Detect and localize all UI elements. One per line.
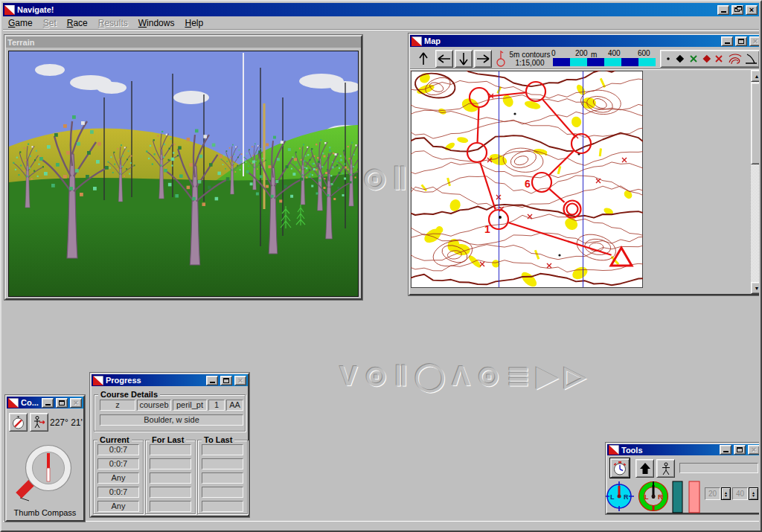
scrollbar-thumb[interactable] [751,83,759,164]
status-bar [3,521,759,529]
map-titlebar[interactable]: Map × [410,35,759,47]
main-window: Navigate! × Game Set Race Results Window… [0,0,762,532]
svg-text:L: L [610,493,615,501]
menu-windows[interactable]: Windows [133,17,180,29]
control-1-label: 1 [484,223,490,235]
thumb-compass-graphic [13,435,81,504]
left-arrow-icon [438,52,451,65]
spinner-large-field[interactable]: 40 [732,487,748,500]
tools-minimize-button[interactable] [720,445,731,455]
main-titlebar[interactable]: Navigate! × [3,3,759,16]
to-last-field-3[interactable] [202,472,243,484]
course-field-course[interactable]: courseb [137,400,171,411]
course-field-number[interactable]: 1 [208,400,225,411]
compass-mode-button[interactable] [9,413,28,432]
progress-maximize-button[interactable] [220,376,232,385]
pink-bar [689,481,699,513]
pan-down-button[interactable] [455,50,473,68]
to-last-group: To Last [197,440,248,514]
spinner-small-field[interactable]: 20 [705,487,720,500]
runner-direction-button[interactable] [30,413,48,432]
menu-race[interactable]: Race [62,17,93,29]
app-flag-icon [4,5,15,15]
map-maximize-button[interactable] [735,36,747,46]
course-field-class[interactable]: z [100,400,135,411]
pan-left-button[interactable] [435,50,453,68]
for-last-field-4[interactable] [150,487,191,498]
legend-dot-icon [667,57,670,60]
terrain-title: Terrain [7,38,359,47]
scale-tick-200: 200 [575,49,588,57]
terrain-titlebar[interactable]: Terrain [6,36,361,48]
embossed-logo-watermark: V⊙Ⅱ◯Λ⊙≣▶▷ [339,360,592,392]
for-last-field-1[interactable] [150,444,191,455]
for-last-group: For Last [145,440,196,514]
legend-profile-icon [746,54,757,63]
scale-tick-600: 600 [638,49,650,57]
stopwatch-button[interactable] [610,458,630,478]
scroll-up-button[interactable]: ▲ [751,70,759,82]
current-field-4[interactable]: 0:0:7 [97,487,139,498]
map-toolbar: 5m contours 1:15,000 0 200 m 400 600 [410,48,759,69]
map-minimize-button[interactable] [721,36,733,46]
to-last-field-5[interactable] [202,501,243,512]
compass-titlebar[interactable]: Co... × [7,397,83,408]
to-last-field-2[interactable] [202,458,243,469]
scroll-down-button[interactable]: ▼ [751,282,759,294]
svg-text:R: R [658,493,663,501]
effort-bar [679,463,758,473]
to-last-field-1[interactable] [202,444,243,455]
compass-window: Co... × 227° 21' [5,395,85,522]
compass-maximize-button[interactable] [56,398,68,408]
close-button[interactable]: × [746,5,758,15]
scale-tick-400: 400 [608,49,621,57]
progress-flag-icon [93,376,103,385]
for-last-field-5[interactable] [150,501,191,512]
course-field-code[interactable]: AA [226,400,243,411]
current-group: Current 0:0:7 0:0:7 Any 0:0:7 Any [93,440,144,514]
course-details-group: Course Details z courseb peril_pt 1 AA B… [94,394,246,432]
pan-up-button[interactable] [414,50,432,68]
runner-view-button[interactable] [656,459,675,478]
tools-titlebar[interactable]: Tools × [607,444,759,455]
spinner-small-buttons[interactable]: ▲▼ [721,487,731,500]
control-description-field[interactable]: Boulder, w side [100,414,243,426]
tools-close-button: × [748,445,759,455]
menu-help[interactable]: Help [179,17,208,29]
menu-game[interactable]: Game [3,17,38,29]
mdi-workspace: V⊙Ⅱ◯Λ⊙≣▶▷ ⊙Ⅱ Terrain [3,31,759,524]
compass-close-button: × [70,398,82,408]
to-last-field-4[interactable] [202,487,243,498]
pan-right-button[interactable] [474,50,492,68]
legend-black-diamond-icon [676,55,684,63]
menu-results: Results [93,17,133,29]
restore-button[interactable] [731,5,743,15]
minimize-button[interactable] [717,5,729,15]
current-field-3[interactable]: Any [97,472,139,484]
current-field-1[interactable]: 0:0:7 [97,444,139,455]
progress-minimize-button[interactable] [206,376,218,385]
course-field-map[interactable]: peril_pt [173,400,207,411]
scale-tick-0: 0 [551,49,556,57]
pace-up-button[interactable] [635,459,654,478]
current-field-5[interactable]: Any [97,501,139,512]
stopwatch-icon [612,461,627,475]
current-field-2[interactable]: 0:0:7 [97,458,139,469]
right-arrow-icon [476,52,490,65]
scale-bar [553,58,656,66]
for-last-field-3[interactable] [150,472,191,484]
orienteering-map[interactable]: 1 6 [411,71,643,288]
for-last-header: For Last [150,435,186,444]
map-title: Map [424,36,719,45]
compass-minimize-button[interactable] [42,398,54,408]
svg-text:R: R [624,493,629,501]
progress-title: Progress [106,376,204,385]
thumb-compass-caption: Thumb Compass [7,508,83,517]
map-vertical-scrollbar[interactable]: ▲ ▼ [751,70,759,294]
tools-flag-icon [609,445,619,455]
spinner-large-buttons[interactable]: ▲▼ [749,487,758,500]
for-last-field-2[interactable] [150,458,191,469]
tools-maximize-button[interactable] [734,445,746,455]
terrain-3d-view[interactable] [8,51,359,297]
progress-titlebar[interactable]: Progress × [92,374,248,386]
